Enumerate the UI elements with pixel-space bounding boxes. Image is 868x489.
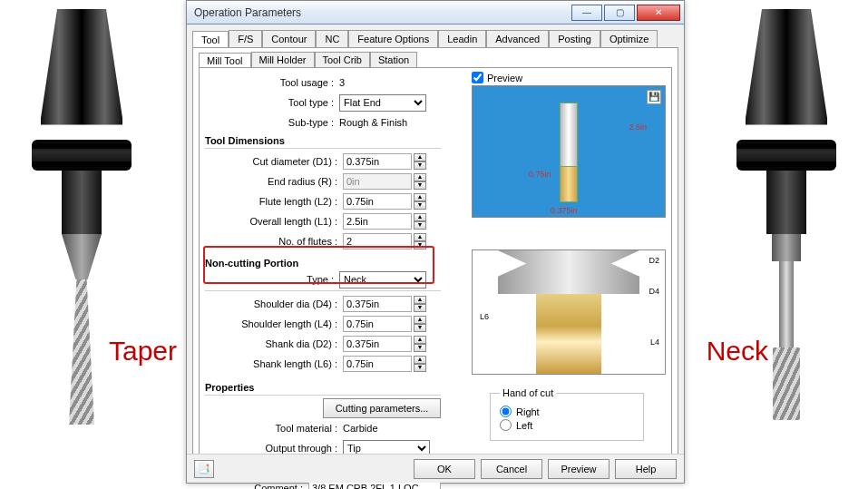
hand-left-row[interactable]: Left: [500, 419, 634, 431]
cutting-parameters-button[interactable]: Cutting parameters...: [323, 398, 441, 418]
tool-panel: Mill Tool Mill Holder Tool Crib Station …: [192, 47, 678, 465]
shank-len-label: Shank length (L6) :: [209, 358, 343, 369]
noncutting-diagram: D2 D4 L4 L6: [472, 249, 666, 375]
shank-dia-down[interactable]: ▼: [414, 344, 426, 352]
shank-dia-up[interactable]: ▲: [414, 336, 426, 344]
flute-len-down[interactable]: ▼: [414, 201, 426, 210]
end-radius-input: [343, 173, 412, 190]
nc-l6-label: L6: [480, 312, 489, 321]
minimize-button[interactable]: —: [571, 5, 602, 21]
mill-tool-panel: Preview 💾 2.5in 0.75in 0.375in: [199, 67, 672, 457]
tab-posting[interactable]: Posting: [549, 30, 600, 47]
preview-button[interactable]: Preview: [548, 459, 610, 479]
titlebar[interactable]: Operation Parameters — ▢ ✕: [187, 1, 684, 24]
tool-preview: 💾 2.5in 0.75in 0.375in: [472, 85, 666, 218]
shoulder-len-label: Shoulder length (L4) :: [209, 318, 343, 329]
preview-overall-dim: 2.5in: [629, 122, 647, 132]
subtab-tool-crib[interactable]: Tool Crib: [315, 52, 370, 67]
tab-contour[interactable]: Contour: [262, 30, 316, 47]
tab-optimize[interactable]: Optimize: [600, 30, 658, 47]
output-through-label: Output through :: [209, 443, 343, 454]
overall-len-input[interactable]: [343, 213, 412, 230]
hand-of-cut-legend: Hand of cut: [500, 387, 556, 398]
shank-len-input[interactable]: [343, 356, 412, 372]
sub-tabstrip: Mill Tool Mill Holder Tool Crib Station: [199, 52, 672, 67]
tool-usage-value: 3: [339, 77, 345, 88]
tab-tool[interactable]: Tool: [192, 31, 229, 48]
shoulder-dia-input[interactable]: [343, 296, 412, 312]
hand-right-row[interactable]: Right: [500, 406, 634, 417]
num-flutes-label: No. of flutes :: [209, 236, 343, 247]
shoulder-len-up[interactable]: ▲: [414, 316, 426, 324]
dialog-button-bar: 📑 OK Cancel Preview Help: [187, 454, 684, 483]
cancel-button[interactable]: Cancel: [481, 459, 542, 479]
preview-checkbox-label: Preview: [487, 73, 522, 83]
preview-column: Preview 💾 2.5in 0.75in 0.375in: [472, 72, 666, 218]
tool-material-value: Carbide: [343, 423, 378, 434]
preview-dia-dim: 0.375in: [551, 206, 578, 215]
neck-label: Neck: [707, 336, 768, 367]
comment-label: Comment :: [209, 483, 308, 489]
num-flutes-input[interactable]: [343, 233, 412, 249]
taper-label: Taper: [109, 336, 177, 367]
main-tabstrip: Tool F/S Contour NC Feature Options Lead…: [187, 24, 684, 47]
tab-feature-options[interactable]: Feature Options: [348, 30, 438, 47]
properties-section: Properties: [205, 382, 441, 393]
noncut-type-select[interactable]: Neck: [339, 271, 426, 289]
shoulder-dia-down[interactable]: ▼: [414, 304, 426, 312]
shoulder-len-input[interactable]: [343, 316, 412, 332]
subtab-mill-tool[interactable]: Mill Tool: [199, 53, 251, 68]
dialog-title: Operation Parameters: [194, 6, 570, 19]
sub-type-value: Rough & Finish: [339, 117, 407, 128]
noncutting-section: Non-cutting Portion: [205, 258, 441, 269]
maximize-button[interactable]: ▢: [604, 5, 635, 21]
subtab-mill-holder[interactable]: Mill Holder: [251, 52, 315, 67]
num-flutes-up[interactable]: ▲: [414, 233, 426, 241]
hand-left-label: Left: [516, 420, 532, 431]
hand-right-radio[interactable]: [500, 406, 512, 417]
shoulder-len-down[interactable]: ▼: [414, 324, 426, 332]
shank-len-up[interactable]: ▲: [414, 356, 426, 364]
shank-dia-input[interactable]: [343, 336, 412, 352]
tab-leadin[interactable]: Leadin: [438, 30, 486, 47]
nc-l4-label: L4: [650, 337, 659, 347]
shank-len-down[interactable]: ▼: [414, 364, 426, 372]
cut-dia-down[interactable]: ▼: [414, 161, 426, 170]
close-button[interactable]: ✕: [637, 5, 680, 21]
library-icon[interactable]: 📑: [194, 460, 214, 478]
sub-type-label: Sub-type :: [205, 117, 339, 128]
tab-fs[interactable]: F/S: [229, 30, 262, 47]
hand-right-label: Right: [516, 406, 540, 417]
canvas: { "side_labels": { "taper": "Taper", "ne…: [0, 0, 868, 489]
flute-len-input[interactable]: [343, 193, 412, 210]
flute-len-label: Flute length (L2) :: [209, 196, 343, 207]
save-preview-icon[interactable]: 💾: [647, 90, 661, 104]
shank-dia-label: Shank dia (D2) :: [209, 338, 343, 349]
help-button[interactable]: Help: [615, 459, 677, 479]
end-radius-down: ▼: [414, 181, 426, 190]
preview-checkbox[interactable]: [472, 72, 483, 83]
tab-advanced[interactable]: Advanced: [486, 30, 549, 47]
cut-dia-up[interactable]: ▲: [414, 153, 426, 161]
cut-dia-input[interactable]: [343, 153, 412, 170]
end-radius-label: End radius (R) :: [209, 176, 343, 187]
operation-parameters-dialog: Operation Parameters — ▢ ✕ Tool F/S Cont…: [186, 0, 685, 484]
cut-dia-label: Cut diameter (D1) :: [209, 156, 343, 167]
subtab-station[interactable]: Station: [370, 52, 417, 67]
shoulder-dia-label: Shoulder dia (D4) :: [209, 298, 343, 309]
ok-button[interactable]: OK: [414, 459, 475, 479]
overall-len-up[interactable]: ▲: [414, 213, 426, 221]
overall-len-down[interactable]: ▼: [414, 221, 426, 230]
overall-len-label: Overall length (L1) :: [209, 216, 343, 227]
tab-nc[interactable]: NC: [316, 30, 348, 47]
tool-dimensions-section: Tool Dimensions: [205, 135, 441, 146]
tool-usage-label: Tool usage :: [205, 77, 339, 88]
shoulder-dia-up[interactable]: ▲: [414, 296, 426, 304]
flute-len-up[interactable]: ▲: [414, 193, 426, 201]
nc-d4-label: D4: [649, 287, 659, 296]
tool-type-select[interactable]: Flat End: [339, 94, 426, 112]
hand-left-radio[interactable]: [500, 419, 512, 431]
num-flutes-down[interactable]: ▼: [414, 241, 426, 249]
preview-checkbox-row[interactable]: Preview: [472, 72, 666, 83]
tool-material-label: Tool material :: [209, 423, 343, 434]
